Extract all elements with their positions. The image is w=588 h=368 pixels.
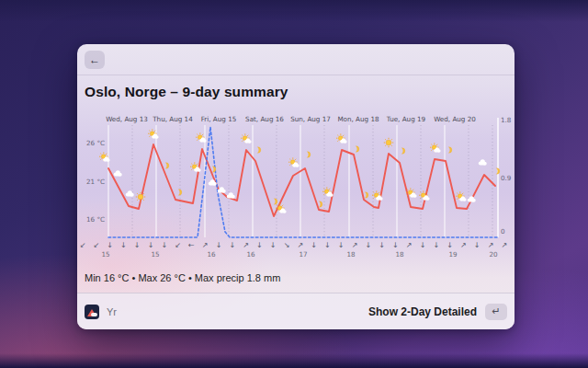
sun-ray [431,144,432,145]
sun-ray [343,141,344,142]
sun-ray [277,211,277,212]
wind-arrow-icon: ↓ [447,241,453,249]
temp-tick-label: 26 °C [86,139,105,147]
sun-icon [198,135,202,140]
sun-ray [197,169,198,170]
sun-ray [413,190,413,190]
sun-ray [431,150,432,151]
sun-icon [421,193,425,198]
back-button[interactable]: ← [85,51,105,69]
sun-ray [337,141,338,142]
temp-tick-label: 21 °C [86,178,105,186]
sun-ray [149,136,150,137]
sun-ray [137,193,138,194]
sun-ray [462,193,463,194]
sun-ray [457,199,458,200]
sun-ray [137,200,138,201]
moon-icon [179,190,182,196]
sun-icon [192,165,197,169]
day-label: Mon, Aug 18 [337,115,379,123]
moon-icon [449,147,452,154]
sun-ray [436,150,437,151]
cloud-icon [199,137,207,142]
sun-icon [324,190,329,194]
nine-day-summary-chart: Wed, Aug 13Thu, Aug 14Fri, Aug 15Sat, Au… [77,44,514,270]
sun-ray [202,134,203,135]
sun-ray [149,131,150,132]
sun-ray [329,189,330,190]
sun-ray [385,139,386,140]
return-key-icon: ↵ [485,304,507,320]
wind-arrow-icon: ↙ [93,241,99,249]
primary-action-button[interactable]: Show 2-Day Detailed ↵ [368,304,507,320]
cloud-icon [227,192,235,198]
x-tick-label: 19 [448,250,458,259]
wind-arrow-icon: ↓ [379,241,385,249]
sun-icon [290,160,295,165]
wind-arrow-icon: ↓ [120,241,127,249]
wind-arrow-icon: ↗ [501,241,507,249]
temperature-line [108,144,495,216]
x-tick-label: 18 [395,250,404,259]
sun-ray [242,135,243,136]
sun-ray [289,159,290,160]
cloud-icon [114,170,122,176]
sun-ray [337,135,338,136]
sun-ray [407,195,408,196]
wind-arrow-icon: ↙ [80,241,86,249]
sun-icon [432,145,436,150]
x-tick-label: 17 [299,250,307,259]
sun-ray [329,194,330,195]
sun-ray [197,164,198,165]
moon-icon [320,201,322,208]
precip-tick-label: 1.8 [501,116,512,124]
temp-tick-label: 16 °C [86,215,105,224]
sun-ray [295,159,296,160]
day-label: Wed, Aug 13 [106,115,148,123]
moon-icon [275,199,277,205]
day-label: Tue, Aug 19 [386,115,426,123]
yr-app-icon [85,305,99,319]
sun-ray [289,165,290,166]
cloud-icon [434,147,441,152]
sun-ray [457,193,458,194]
wind-arrow-icon: ↓ [324,241,331,249]
x-tick-label: 16 [246,250,255,259]
sun-icon [458,194,462,199]
wind-arrow-icon: ↓ [256,241,263,249]
sun-ray [295,165,296,166]
sun-icon [243,136,247,141]
window-header: ← [77,44,514,75]
cloud-icon [340,138,347,143]
wind-arrow-icon: ↓ [365,241,371,249]
sun-ray [154,131,155,132]
moon-icon [497,168,500,175]
sun-ray [197,134,198,135]
page-title: Oslo, Norge – 9-day summary [85,84,288,100]
sun-ray [420,192,421,193]
moon-icon [356,146,359,153]
wind-arrow-icon: ↓ [338,241,345,249]
app-name: Yr [107,306,117,317]
sun-icon [386,140,391,145]
moon-icon [366,192,368,199]
x-tick-label: 16 [207,250,216,259]
wind-arrow-icon: ↗ [460,241,467,249]
sun-ray [379,198,379,199]
wind-arrow-icon: ↗ [202,241,209,249]
cloud-icon [218,187,226,192]
cloud-icon [279,208,287,213]
sun-ray [154,136,155,137]
sun-ray [247,135,248,136]
sun-ray [436,144,437,145]
sun-icon [150,132,154,136]
moon-icon [402,148,405,155]
sun-ray [391,139,392,140]
wind-arrow-icon: ↗ [488,241,494,249]
desktop-background: { "window": { "back_glyph": "←", "title"… [0,0,588,368]
cloud-icon [326,191,334,196]
wind-arrow-icon: ↗ [352,241,358,249]
sun-ray [323,194,324,195]
sun-ray [379,192,379,193]
sun-icon [277,206,282,211]
